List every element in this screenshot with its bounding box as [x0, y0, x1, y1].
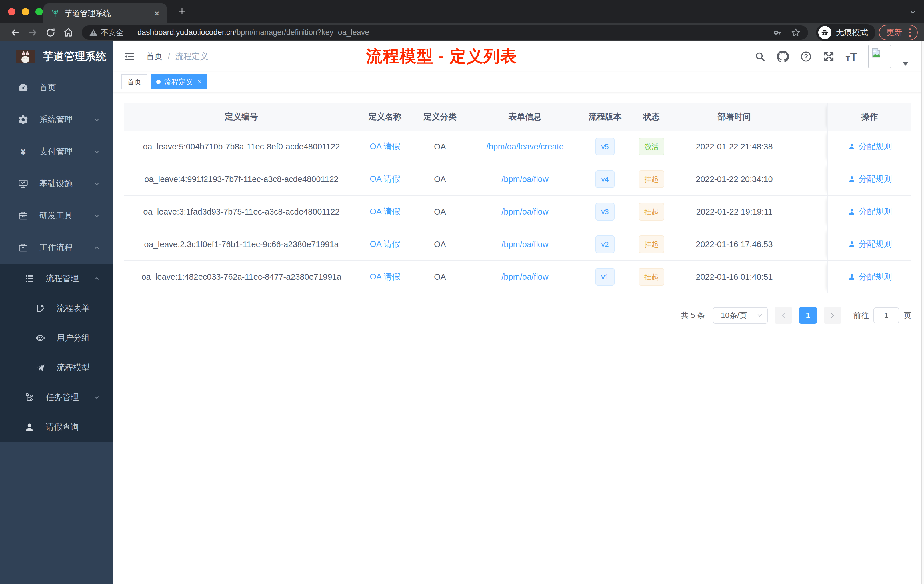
forward-icon[interactable] [24, 27, 42, 38]
definition-category: OA [411, 272, 469, 282]
breadcrumb-home[interactable]: 首页 [146, 51, 163, 62]
sidebar-item-label: 流程表单 [56, 303, 90, 314]
github-icon[interactable] [777, 50, 789, 63]
url-domain: dashboard.yudao.iocoder.cn [137, 28, 234, 37]
sidebar-item-payment[interactable]: ¥ 支付管理 [0, 136, 113, 168]
page-scrollbar[interactable] [921, 41, 924, 584]
col-header-deploy-time: 部署时间 [674, 111, 794, 122]
sidebar-item-process-form[interactable]: 流程表单 [0, 294, 113, 323]
sidebar-logo[interactable]: 芋道管理系统 [0, 41, 113, 72]
sidebar-item-system[interactable]: 系统管理 [0, 104, 113, 136]
sidebar-item-task-management[interactable]: 任务管理 [0, 383, 113, 412]
sidebar-item-leave-query[interactable]: 请假查询 [0, 412, 113, 442]
assign-rule-button[interactable]: 分配规则 [847, 239, 892, 250]
chevron-down-icon [93, 393, 101, 401]
definition-name-link[interactable]: OA 请假 [370, 173, 400, 185]
window-zoom-button[interactable] [35, 8, 43, 15]
table-row: oa_leave:2:3c1f0ef1-76b1-11ec-9c66-a2380… [124, 228, 911, 261]
tree-icon [23, 393, 36, 402]
bookmark-star-icon[interactable] [791, 28, 800, 38]
reload-icon[interactable] [42, 27, 59, 38]
tag-close-icon[interactable]: × [198, 78, 202, 86]
browser-menu-icon[interactable] [908, 28, 912, 37]
definition-name-link[interactable]: OA 请假 [370, 239, 400, 250]
page-annotation: 流程模型 - 定义列表 [366, 45, 517, 68]
table-header-row: 定义编号 定义名称 定义分类 表单信息 流程版本 状态 部署时间 操作 [124, 103, 911, 130]
form-link[interactable]: /bpm/oa/flow [502, 207, 548, 216]
assign-rule-button[interactable]: 分配规则 [847, 271, 892, 282]
logo-avatar [16, 50, 35, 63]
user-icon [847, 208, 856, 216]
sidebar-item-infrastructure[interactable]: 基础设施 [0, 168, 113, 200]
sidebar-item-home[interactable]: 首页 [0, 72, 113, 104]
table-row: oa_leave:1:482ec033-762a-11ec-8477-a2380… [124, 261, 911, 294]
sidebar-item-workflow[interactable]: 工作流程 [0, 232, 113, 264]
current-page-button[interactable]: 1 [799, 307, 817, 324]
goto-page-input[interactable] [873, 307, 899, 323]
sidebar-item-label: 支付管理 [40, 146, 73, 157]
page-size-select[interactable]: 10条/页 [713, 307, 768, 324]
next-page-button[interactable] [824, 307, 842, 324]
user-icon [847, 175, 856, 183]
assign-rule-button[interactable]: 分配规则 [847, 141, 892, 152]
security-warning-icon[interactable] [89, 28, 98, 37]
sidebar: 芋道管理系统 首页 系统管理 ¥ 支付管理 基础设施 [0, 41, 113, 584]
sidebar-item-user-group[interactable]: 用户分组 [0, 323, 113, 353]
avatar-caret-down-icon[interactable] [902, 62, 909, 66]
content: 定义编号 定义名称 定义分类 表单信息 流程版本 状态 部署时间 操作 oa_l… [113, 92, 924, 324]
security-label[interactable]: 不安全 [101, 27, 124, 38]
status-badge: 激活 [639, 138, 664, 155]
assign-rule-button[interactable]: 分配规则 [847, 206, 892, 218]
definition-name-link[interactable]: OA 请假 [370, 206, 400, 218]
form-icon [34, 304, 47, 313]
password-key-icon[interactable] [772, 28, 782, 38]
avatar[interactable] [868, 45, 891, 68]
help-icon[interactable] [800, 51, 812, 63]
form-link[interactable]: /bpm/oa/leave/create [486, 142, 564, 152]
update-label[interactable]: 更新 [886, 27, 902, 38]
form-link[interactable]: /bpm/oa/flow [502, 240, 548, 249]
pagination: 共 5 条 10条/页 1 前往 页 [124, 307, 911, 324]
font-size-icon[interactable]: TT [846, 51, 857, 62]
form-link[interactable]: /bpm/oa/flow [502, 175, 548, 184]
search-icon[interactable] [754, 51, 766, 62]
deploy-time: 2022-01-22 21:48:38 [674, 142, 794, 152]
sidebar-item-label: 基础设施 [40, 178, 73, 190]
chrome-update-button[interactable]: 更新 [879, 25, 918, 40]
tab-close-icon[interactable]: × [154, 9, 159, 18]
window-close-button[interactable] [8, 8, 15, 15]
goto-label: 前往 [853, 310, 869, 320]
table-row: oa_leave:4:991f2193-7b7f-11ec-a3c8-acde4… [124, 163, 911, 196]
prev-page-button[interactable] [775, 307, 792, 324]
url-bar[interactable]: 不安全 dashboard.yudao.iocoder.cn/bpm/manag… [82, 25, 808, 40]
fullscreen-icon[interactable] [823, 51, 835, 63]
sidebar-item-process-management[interactable]: 流程管理 [0, 264, 113, 294]
tag-home[interactable]: 首页 [121, 74, 147, 89]
form-link[interactable]: /bpm/oa/flow [502, 272, 548, 282]
deploy-time: 2022-01-22 20:34:10 [674, 175, 794, 184]
deploy-time: 2022-01-22 19:19:11 [674, 207, 794, 216]
window-minimize-button[interactable] [22, 8, 29, 15]
definition-category: OA [411, 240, 469, 249]
definition-id: oa_leave:3:1fad3d93-7b75-11ec-a3c8-acde4… [124, 207, 358, 216]
hamburger-icon[interactable] [124, 51, 135, 62]
browser-tab[interactable]: 芋道管理系统 × [43, 3, 167, 23]
dashboard-icon [16, 82, 30, 93]
new-tab-button[interactable] [177, 6, 187, 16]
back-icon[interactable] [6, 27, 24, 38]
assign-rule-button[interactable]: 分配规则 [847, 173, 892, 185]
sidebar-item-process-model[interactable]: 流程模型 [0, 353, 113, 383]
tag-process-definition[interactable]: 流程定义 × [150, 74, 208, 89]
sidebar-item-dev-tools[interactable]: 研发工具 [0, 200, 113, 232]
page-suffix: 页 [904, 310, 911, 320]
app-root: 芋道管理系统 首页 系统管理 ¥ 支付管理 基础设施 [0, 41, 924, 584]
definition-name-link[interactable]: OA 请假 [370, 141, 400, 152]
chevron-down-icon [93, 180, 101, 188]
tab-search-chevron-icon[interactable] [909, 8, 917, 16]
sidebar-item-label: 工作流程 [40, 242, 73, 253]
definition-name-link[interactable]: OA 请假 [370, 271, 400, 282]
main-area: 首页 / 流程定义 流程模型 - 定义列表 TT [113, 41, 924, 584]
user-icon [847, 272, 856, 281]
home-icon[interactable] [59, 27, 77, 38]
breadcrumb-separator: / [168, 52, 170, 61]
